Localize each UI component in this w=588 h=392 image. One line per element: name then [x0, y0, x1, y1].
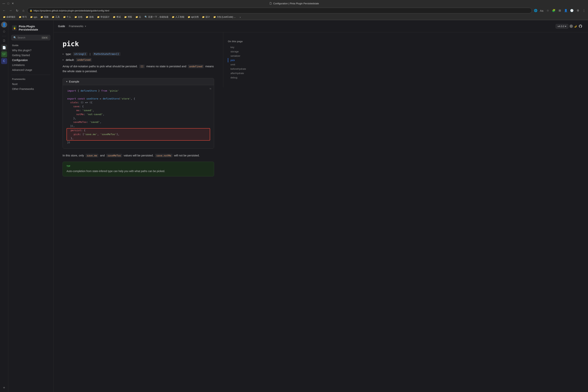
- doc-sidebar: 🍍 Pinia Plugin Persistedstate 🔍 Search C…: [8, 20, 54, 392]
- left-icon-bar: 👤 ⬡ 🗋 📄 SF C +: [0, 20, 8, 392]
- bookmark-games[interactable]: 📁 游戏: [84, 15, 95, 19]
- bookmark-graduation[interactable]: 📁 毕业设计: [96, 15, 111, 19]
- source-icon-button[interactable]: SF: [1, 51, 7, 57]
- search-bar[interactable]: 🔍 Search Ctrl K: [11, 35, 50, 40]
- github-link-button[interactable]: [578, 23, 584, 29]
- bookmark-video[interactable]: 📁 视频: [39, 15, 50, 19]
- profiles-button[interactable]: 👤: [563, 8, 568, 13]
- add-icon-button[interactable]: +: [1, 385, 7, 391]
- chevron-down-icon: ▾: [565, 25, 566, 28]
- bookmark-ai[interactable]: 📁 人工智能: [170, 15, 186, 19]
- bookmark-tools[interactable]: 📁 工具: [50, 15, 61, 19]
- code-block: ts import { defineStore } from 'pinia' e…: [63, 85, 214, 148]
- browser-chrome: — □ ✕ Configuration | Pinia Plugin Persi…: [0, 0, 588, 20]
- bookmark-api[interactable]: 📁 api文档: [186, 15, 200, 19]
- more-bookmarks-button[interactable]: ›: [238, 14, 243, 20]
- type-info: • type: string[] | Path<StateTree>[]: [62, 52, 214, 56]
- dark-mode-toggle[interactable]: [569, 24, 573, 28]
- sidebar-item-why[interactable]: Why this plugin?: [8, 48, 53, 53]
- toc-item-serializer[interactable]: serializer: [228, 54, 260, 58]
- bookmark-button[interactable]: ☆: [545, 8, 550, 13]
- url-text: https://prazdevs.github.io/pinia-plugin-…: [34, 9, 530, 12]
- bullet-1: •: [62, 52, 64, 56]
- history-button[interactable]: 🕐: [569, 8, 574, 13]
- inline-code-1: save.me: [86, 154, 98, 157]
- code-line-4: state: () => ({: [67, 101, 210, 104]
- toc-item-omit[interactable]: omit: [228, 62, 260, 67]
- toc-item-afterhydrate[interactable]: afterHydrate: [228, 71, 260, 76]
- minimize-button[interactable]: —: [2, 2, 5, 5]
- theme-toggle-button[interactable]: 🌙: [570, 23, 576, 29]
- new-tab-icon-button[interactable]: 🗋: [1, 38, 7, 44]
- folder-icon: 📁: [172, 16, 174, 18]
- sidebar-item-limitations[interactable]: Limitations: [8, 62, 53, 68]
- highlighted-code-section: persist: { pick: ['save.me', 'saveMeToo'…: [66, 128, 210, 140]
- document-icon-button[interactable]: 📄: [1, 44, 7, 50]
- folder-icon: 📁: [3, 16, 6, 18]
- default-value: undefined: [76, 58, 92, 62]
- pinia-logo-icon: 🍍: [12, 25, 17, 31]
- bookmark-cloud[interactable]: 📁 云: [134, 15, 143, 19]
- bookmark-design[interactable]: 📁 设计: [200, 15, 212, 19]
- default-label: default:: [66, 58, 74, 62]
- folder-icon: 📁: [40, 16, 43, 18]
- extensions-button[interactable]: ⚙: [575, 8, 580, 13]
- toc-item-beforehydrate[interactable]: beforeHydrate: [228, 67, 260, 71]
- translate-button[interactable]: 🌐: [533, 8, 538, 13]
- example-title: Example: [69, 80, 79, 83]
- sidebar-toggle[interactable]: ⊞: [557, 8, 562, 13]
- site-logo[interactable]: 🍍 Pinia Plugin Persistedstate: [8, 23, 53, 35]
- code-line-7: notMe: 'not-saved',: [67, 112, 210, 116]
- user-avatar-icon: 👤: [2, 22, 6, 27]
- header-guide-link[interactable]: Guide: [58, 25, 65, 28]
- type-label: type:: [66, 52, 72, 56]
- type-value-1: string[]: [73, 52, 88, 56]
- bookmark-baidu[interactable]: 🔍 百度一下，你就知道: [143, 15, 170, 19]
- folder-icon: 📁: [74, 16, 77, 18]
- toc-item-debug[interactable]: debug: [228, 76, 260, 80]
- toc-item-storage[interactable]: storage: [228, 50, 260, 54]
- example-toggle-icon: ▼: [66, 80, 68, 83]
- folder-icon: 📁: [188, 16, 190, 18]
- reload-button[interactable]: ↻: [14, 8, 20, 13]
- sidebar-item-nuxt[interactable]: Nuxt: [8, 82, 53, 86]
- extensions-icon-button[interactable]: ⬡: [1, 28, 7, 34]
- sidebar-item-advanced-usage[interactable]: Advanced Usage: [8, 68, 53, 72]
- toc-item-pick[interactable]: pick: [228, 58, 260, 62]
- bookmark-guitar[interactable]: 📁 吉他: [73, 15, 84, 19]
- folder-icon: 📁: [124, 16, 127, 18]
- bookmark-leetcode[interactable]: 📁 力扣 (LeetCode) ...: [212, 15, 237, 19]
- menu-button[interactable]: ⋮: [581, 8, 586, 13]
- version-badge[interactable]: v4.0.0 ▾: [556, 24, 568, 29]
- toc-item-key[interactable]: key: [228, 45, 260, 50]
- version-text: v4.0.0: [558, 25, 564, 28]
- back-button[interactable]: ←: [2, 8, 7, 13]
- title-bar: — □ ✕ Configuration | Pinia Plugin Persi…: [0, 0, 588, 7]
- extension-button[interactable]: 🧩: [551, 8, 556, 13]
- code-line-3: export const useStore = defineStore('sto…: [67, 97, 210, 101]
- folder-icon: 📁: [202, 16, 205, 18]
- address-bar[interactable]: 🔒 https://prazdevs.github.io/pinia-plugi…: [27, 8, 532, 14]
- bookmark-vpn[interactable]: 📁 vpn: [29, 16, 39, 19]
- forward-button[interactable]: →: [8, 8, 13, 13]
- home-button[interactable]: ⌂: [21, 8, 26, 13]
- maximize-button[interactable]: □: [7, 2, 10, 5]
- sidebar-item-configuration[interactable]: Configuration: [8, 58, 53, 62]
- bookmark-blog[interactable]: 📁 博客: [123, 15, 134, 19]
- bookmark-self-project[interactable]: 📁 自研项目: [2, 15, 17, 19]
- c-icon-button[interactable]: C: [1, 58, 7, 64]
- close-button[interactable]: ✕: [11, 2, 14, 5]
- article-title: pick: [62, 40, 214, 48]
- header-frameworks-link[interactable]: Frameworks ▾: [69, 25, 86, 28]
- folder-icon: 📁: [52, 16, 54, 18]
- reader-button[interactable]: Aa: [539, 8, 544, 13]
- bookmark-exam[interactable]: 📁 考试: [112, 15, 122, 19]
- sidebar-item-other-frameworks[interactable]: Other Frameworks: [8, 86, 53, 92]
- example-header[interactable]: ▼ Example: [63, 78, 214, 85]
- search-icon: 🔍: [14, 36, 16, 39]
- sidebar-item-getting-started[interactable]: Getting Started: [8, 53, 53, 58]
- avatar-button[interactable]: 👤: [1, 22, 7, 28]
- bookmark-study[interactable]: 📁 学习: [17, 15, 28, 19]
- toc-sidebar: On this page key storage serializer pick…: [223, 32, 264, 87]
- bookmark-personal[interactable]: 📁 个人: [62, 15, 72, 19]
